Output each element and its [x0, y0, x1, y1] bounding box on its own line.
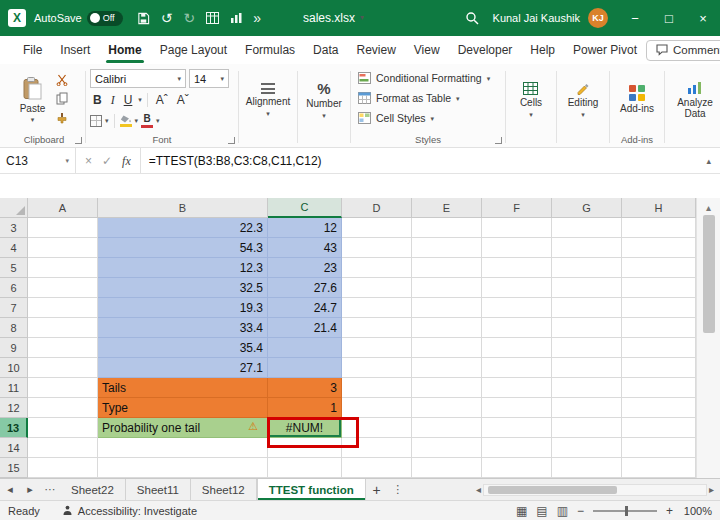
cell-H10[interactable]	[622, 358, 696, 378]
add-sheet-button[interactable]: +	[366, 479, 388, 500]
close-button[interactable]: ×	[686, 0, 720, 36]
chart-icon[interactable]	[230, 12, 242, 24]
cell-C12[interactable]: 1	[268, 398, 342, 418]
menu-tab-view[interactable]: View	[405, 36, 449, 64]
chevron-down-icon[interactable]: ▾	[138, 96, 142, 103]
cell-D7[interactable]	[342, 298, 412, 318]
copy-button[interactable]	[54, 91, 70, 106]
cell-F10[interactable]	[482, 358, 552, 378]
cell-G9[interactable]	[552, 338, 622, 358]
sheet-tab-ttest-function[interactable]: TTEST function	[257, 479, 366, 500]
sheet-tab-sheet11[interactable]: Sheet11	[126, 479, 191, 500]
row-header-10[interactable]: 10	[0, 358, 28, 378]
cell-F8[interactable]	[482, 318, 552, 338]
chevron-down-icon[interactable]: ▾	[156, 117, 160, 124]
row-header-11[interactable]: 11	[0, 378, 28, 398]
chevron-down-icon[interactable]: ▾	[105, 117, 109, 124]
row-header-13[interactable]: 13	[0, 418, 28, 438]
save-icon[interactable]	[137, 12, 150, 25]
enter-icon[interactable]: ✓	[102, 155, 112, 167]
cell-G4[interactable]	[552, 238, 622, 258]
cell-G7[interactable]	[552, 298, 622, 318]
underline-button[interactable]: U	[121, 94, 136, 106]
cell-H7[interactable]	[622, 298, 696, 318]
select-all-corner[interactable]	[0, 198, 28, 218]
autosave-switch[interactable]: Off	[87, 11, 123, 26]
cell-E3[interactable]	[412, 218, 482, 238]
cell-E7[interactable]	[412, 298, 482, 318]
cell-D8[interactable]	[342, 318, 412, 338]
chevron-down-icon[interactable]: ▾	[135, 117, 139, 124]
sheet-options-icon[interactable]: ⋮	[388, 479, 408, 500]
cell-E11[interactable]	[412, 378, 482, 398]
cell-A5[interactable]	[28, 258, 98, 278]
cell-A9[interactable]	[28, 338, 98, 358]
cell-E15[interactable]	[412, 458, 482, 478]
menu-tab-home[interactable]: Home	[99, 36, 150, 64]
document-title[interactable]: sales.xlsx ▾	[303, 11, 364, 25]
cell-H13[interactable]	[622, 418, 696, 438]
cell-C4[interactable]: 43	[268, 238, 342, 258]
editing-button[interactable]: Editing ▾	[564, 68, 603, 132]
paste-button[interactable]: Paste ▾	[16, 68, 50, 132]
vertical-scroll-thumb[interactable]	[703, 215, 715, 333]
analyze-data-button[interactable]: Analyze Data	[669, 68, 720, 132]
cell-D4[interactable]	[342, 238, 412, 258]
cell-A8[interactable]	[28, 318, 98, 338]
cell-E4[interactable]	[412, 238, 482, 258]
cell-H9[interactable]	[622, 338, 696, 358]
cell-G10[interactable]	[552, 358, 622, 378]
cell-G11[interactable]	[552, 378, 622, 398]
menu-tab-file[interactable]: File	[14, 36, 51, 64]
cell-H8[interactable]	[622, 318, 696, 338]
insert-function-icon[interactable]: fx	[122, 155, 131, 167]
cell-G5[interactable]	[552, 258, 622, 278]
cell-B8[interactable]: 33.4	[98, 318, 268, 338]
cell-D5[interactable]	[342, 258, 412, 278]
cell-G14[interactable]	[552, 438, 622, 458]
cell-A13[interactable]	[28, 418, 98, 438]
cell-A7[interactable]	[28, 298, 98, 318]
cell-F6[interactable]	[482, 278, 552, 298]
row-header-7[interactable]: 7	[0, 298, 28, 318]
cell-C13[interactable]: #NUM!	[268, 418, 342, 438]
number-button[interactable]: % Number ▾	[302, 68, 346, 132]
cell-D14[interactable]	[342, 438, 412, 458]
menu-tab-power-pivot[interactable]: Power Pivot	[564, 36, 646, 64]
formula-input[interactable]: =TTEST(B3:B8,C3:C8,C11,C12)	[141, 154, 698, 168]
cell-C15[interactable]	[268, 458, 342, 478]
hscroll-track[interactable]	[483, 484, 707, 496]
italic-button[interactable]: I	[108, 94, 118, 106]
cell-C8[interactable]: 21.4	[268, 318, 342, 338]
row-header-4[interactable]: 4	[0, 238, 28, 258]
cell-B12[interactable]: Type	[98, 398, 268, 418]
zoom-in-button[interactable]: +	[666, 505, 673, 517]
cell-F14[interactable]	[482, 438, 552, 458]
vertical-scrollbar[interactable]: ▴	[696, 198, 720, 478]
cut-button[interactable]	[54, 72, 70, 87]
cell-D6[interactable]	[342, 278, 412, 298]
user-name[interactable]: Kunal Jai Kaushik	[493, 12, 580, 24]
cell-G3[interactable]	[552, 218, 622, 238]
column-header-E[interactable]: E	[412, 198, 482, 218]
cell-D9[interactable]	[342, 338, 412, 358]
column-header-C[interactable]: C	[268, 198, 342, 218]
column-header-A[interactable]: A	[28, 198, 98, 218]
cell-B13[interactable]: Probability one tail⚠	[98, 418, 268, 438]
cell-C10[interactable]	[268, 358, 342, 378]
menu-tab-developer[interactable]: Developer	[449, 36, 522, 64]
cell-D15[interactable]	[342, 458, 412, 478]
view-page-layout-button[interactable]: ▤	[536, 505, 547, 517]
column-header-G[interactable]: G	[552, 198, 622, 218]
zoom-out-button[interactable]: −	[577, 505, 584, 517]
cell-F7[interactable]	[482, 298, 552, 318]
cell-G15[interactable]	[552, 458, 622, 478]
cell-B6[interactable]: 32.5	[98, 278, 268, 298]
cell-C11[interactable]: 3	[268, 378, 342, 398]
cell-B14[interactable]	[98, 438, 268, 458]
cell-D11[interactable]	[342, 378, 412, 398]
alignment-button[interactable]: Alignment ▾	[242, 68, 294, 132]
name-box[interactable]: C13 ▾	[0, 148, 76, 173]
scroll-up-icon[interactable]: ▴	[706, 198, 711, 215]
font-name-select[interactable]: Calibri ▾	[90, 69, 186, 88]
